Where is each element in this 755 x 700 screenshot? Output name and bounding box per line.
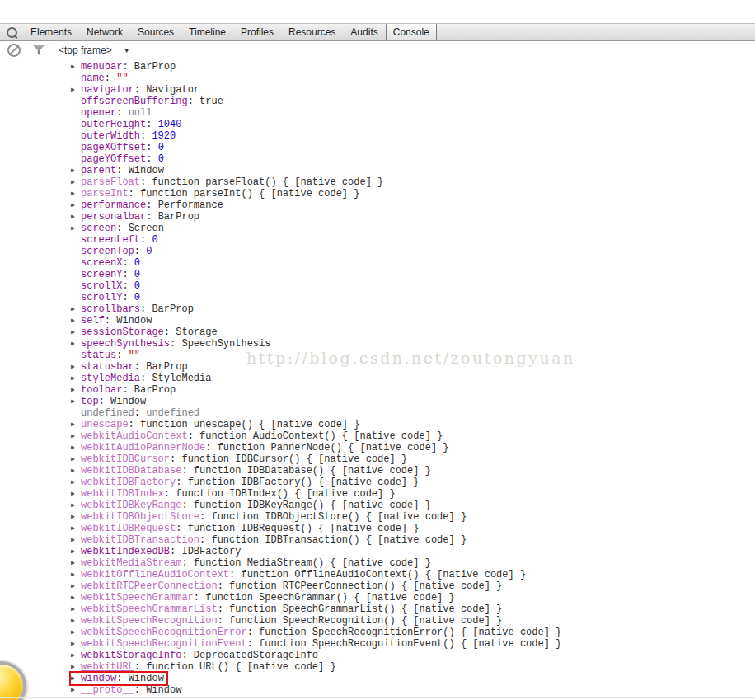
console-row-webkitIDBKeyRange[interactable]: ▶webkitIDBKeyRange: function IDBKeyRange… xyxy=(0,500,755,511)
disclosure-triangle-icon[interactable]: ▶ xyxy=(71,604,81,615)
tab-profiles[interactable]: Profiles xyxy=(233,24,281,40)
console-row-parseInt[interactable]: ▶parseInt: function parseInt() { [native… xyxy=(0,188,755,200)
disclosure-triangle-icon[interactable]: ▶ xyxy=(71,534,81,546)
console-row-toolbar[interactable]: ▶toolbar: BarProp xyxy=(0,384,755,396)
clear-console-icon[interactable] xyxy=(7,44,21,57)
disclosure-triangle-icon[interactable]: ▶ xyxy=(71,673,81,684)
disclosure-triangle-icon[interactable]: ▶ xyxy=(71,384,81,396)
disclosure-triangle-icon[interactable]: ▶ xyxy=(71,396,81,407)
disclosure-triangle-icon[interactable]: ▶ xyxy=(71,315,81,327)
disclosure-triangle-icon[interactable]: ▶ xyxy=(71,211,81,223)
disclosure-triangle-icon[interactable]: ▶ xyxy=(71,523,81,534)
disclosure-triangle-icon[interactable]: ▶ xyxy=(71,592,81,604)
console-row-webkitSpeechRecognition[interactable]: ▶webkitSpeechRecognition: function Speec… xyxy=(0,615,755,627)
property-name: performance xyxy=(81,200,146,211)
disclosure-triangle-icon[interactable]: ▶ xyxy=(71,500,81,511)
disclosure-triangle-icon[interactable]: ▶ xyxy=(71,200,81,211)
frame-context-selector[interactable]: <top frame> ▼ xyxy=(59,45,130,56)
filter-icon[interactable] xyxy=(33,45,45,55)
disclosure-triangle-icon[interactable]: ▶ xyxy=(71,442,81,453)
console-row-webkitIDBRequest[interactable]: ▶webkitIDBRequest: function IDBRequest()… xyxy=(0,523,755,534)
console-row-webkitAudioContext[interactable]: ▶webkitAudioContext: function AudioConte… xyxy=(0,430,755,442)
disclosure-triangle-icon[interactable]: ▶ xyxy=(71,303,81,315)
disclosure-triangle-icon[interactable]: ▶ xyxy=(71,419,81,430)
disclosure-triangle-icon[interactable]: ▶ xyxy=(71,477,81,488)
disclosure-triangle-icon[interactable]: ▶ xyxy=(71,176,81,188)
console-row-self[interactable]: ▶self: Window xyxy=(0,315,755,327)
tab-elements[interactable]: Elements xyxy=(23,24,79,40)
console-row-menubar[interactable]: ▶menubar: BarProp xyxy=(0,61,755,73)
console-row-top[interactable]: ▶top: Window xyxy=(0,396,755,407)
disclosure-triangle-icon[interactable]: ▶ xyxy=(71,615,81,627)
disclosure-triangle-icon[interactable]: ▶ xyxy=(71,223,81,234)
console-row-webkitRTCPeerConnection[interactable]: ▶webkitRTCPeerConnection: function RTCPe… xyxy=(0,580,755,592)
console-row-webkitIDBDatabase[interactable]: ▶webkitIDBDatabase: function IDBDatabase… xyxy=(0,465,755,477)
console-row-webkitMediaStream[interactable]: ▶webkitMediaStream: function MediaStream… xyxy=(0,557,755,569)
disclosure-triangle-icon[interactable]: ▶ xyxy=(71,453,81,465)
disclosure-triangle-icon[interactable]: ▶ xyxy=(71,338,81,350)
disclosure-triangle-icon[interactable]: ▶ xyxy=(71,84,81,96)
property-value: function SpeechRecognitionEvent() { [nat… xyxy=(259,638,561,650)
console-row-speechSynthesis[interactable]: ▶speechSynthesis: SpeechSynthesis xyxy=(0,338,755,350)
console-row-webkitOfflineAudioContext[interactable]: ▶webkitOfflineAudioContext: function Off… xyxy=(0,569,755,580)
tab-timeline[interactable]: Timeline xyxy=(181,24,233,40)
tab-console[interactable]: Console xyxy=(386,24,437,40)
disclosure-triangle-icon[interactable]: ▶ xyxy=(71,546,81,557)
separator: : xyxy=(134,407,146,419)
console-row-parent[interactable]: ▶parent: Window xyxy=(0,165,755,176)
disclosure-triangle-icon[interactable]: ▶ xyxy=(71,61,81,73)
tab-network[interactable]: Network xyxy=(79,24,130,40)
disclosure-triangle-icon[interactable]: ▶ xyxy=(71,511,81,523)
console-row-webkitIDBIndex[interactable]: ▶webkitIDBIndex: function IDBIndex() { [… xyxy=(0,488,755,500)
console-row-webkitIDBCursor[interactable]: ▶webkitIDBCursor: function IDBCursor() {… xyxy=(0,453,755,465)
console-row-webkitSpeechRecognitionError[interactable]: ▶webkitSpeechRecognitionError: function … xyxy=(0,627,755,638)
console-row-window[interactable]: ▶window: Window xyxy=(0,673,755,684)
console-row-webkitSpeechGrammarList[interactable]: ▶webkitSpeechGrammarList: function Speec… xyxy=(0,604,755,615)
disclosure-triangle-icon[interactable]: ▶ xyxy=(71,373,81,384)
console-row-pageYOffset: ▶pageYOffset: 0 xyxy=(0,153,755,165)
disclosure-triangle-icon[interactable]: ▶ xyxy=(71,327,81,338)
tab-audits[interactable]: Audits xyxy=(343,24,385,40)
console-row-__proto__[interactable]: ▶__proto__: Window xyxy=(0,684,755,696)
console-row-styleMedia[interactable]: ▶styleMedia: StyleMedia xyxy=(0,373,755,384)
disclosure-triangle-icon[interactable]: ▶ xyxy=(71,650,81,661)
console-row-webkitURL[interactable]: ▶webkitURL: function URL() { [native cod… xyxy=(0,661,755,673)
disclosure-triangle-icon[interactable]: ▶ xyxy=(71,465,81,477)
tab-sources[interactable]: Sources xyxy=(130,24,181,40)
console-row-parseFloat[interactable]: ▶parseFloat: function parseFloat() { [na… xyxy=(0,176,755,188)
console-row-screen[interactable]: ▶screen: Screen xyxy=(0,223,755,234)
console-row-status: ▶status: "" xyxy=(0,350,755,361)
disclosure-triangle-icon[interactable]: ▶ xyxy=(71,557,81,569)
disclosure-triangle-icon[interactable]: ▶ xyxy=(71,580,81,592)
disclosure-triangle-icon[interactable]: ▶ xyxy=(71,627,81,638)
console-row-personalbar[interactable]: ▶personalbar: BarProp xyxy=(0,211,755,223)
disclosure-triangle-icon[interactable]: ▶ xyxy=(71,638,81,650)
console-row-sessionStorage[interactable]: ▶sessionStorage: Storage xyxy=(0,327,755,338)
row-content: ▶offscreenBuffering: true xyxy=(71,96,223,107)
console-row-unescape[interactable]: ▶unescape: function unescape() { [native… xyxy=(0,419,755,430)
console-row-webkitIDBObjectStore[interactable]: ▶webkitIDBObjectStore: function IDBObjec… xyxy=(0,511,755,523)
disclosure-triangle-icon[interactable]: ▶ xyxy=(71,684,81,696)
console-row-webkitIDBTransaction[interactable]: ▶webkitIDBTransaction: function IDBTrans… xyxy=(0,534,755,546)
console-row-webkitIDBFactory[interactable]: ▶webkitIDBFactory: function IDBFactory()… xyxy=(0,477,755,488)
disclosure-triangle-icon[interactable]: ▶ xyxy=(71,569,81,580)
disclosure-triangle-icon[interactable]: ▶ xyxy=(71,661,81,673)
disclosure-triangle-icon[interactable]: ▶ xyxy=(71,188,81,200)
console-row-statusbar[interactable]: ▶statusbar: BarProp xyxy=(0,361,755,373)
console-row-navigator[interactable]: ▶navigator: Navigator xyxy=(0,84,755,96)
disclosure-triangle-icon[interactable]: ▶ xyxy=(71,488,81,500)
disclosure-triangle-icon[interactable]: ▶ xyxy=(71,165,81,176)
tab-resources[interactable]: Resources xyxy=(281,24,343,40)
console-row-webkitStorageInfo[interactable]: ▶webkitStorageInfo: DeprecatedStorageInf… xyxy=(0,650,755,661)
search-icon[interactable] xyxy=(0,24,23,40)
console-row-performance[interactable]: ▶performance: Performance xyxy=(0,200,755,211)
console-row-webkitSpeechRecognitionEvent[interactable]: ▶webkitSpeechRecognitionEvent: function … xyxy=(0,638,755,650)
disclosure-triangle-icon[interactable]: ▶ xyxy=(71,430,81,442)
separator: : xyxy=(205,442,217,453)
console-row-scrollbars[interactable]: ▶scrollbars: BarProp xyxy=(0,303,755,315)
disclosure-triangle-icon[interactable]: ▶ xyxy=(71,361,81,373)
separator: : xyxy=(129,188,140,200)
console-row-webkitIndexedDB[interactable]: ▶webkitIndexedDB: IDBFactory xyxy=(0,546,755,557)
console-row-webkitSpeechGrammar[interactable]: ▶webkitSpeechGrammar: function SpeechGra… xyxy=(0,592,755,604)
console-row-webkitAudioPannerNode[interactable]: ▶webkitAudioPannerNode: function PannerN… xyxy=(0,442,755,453)
